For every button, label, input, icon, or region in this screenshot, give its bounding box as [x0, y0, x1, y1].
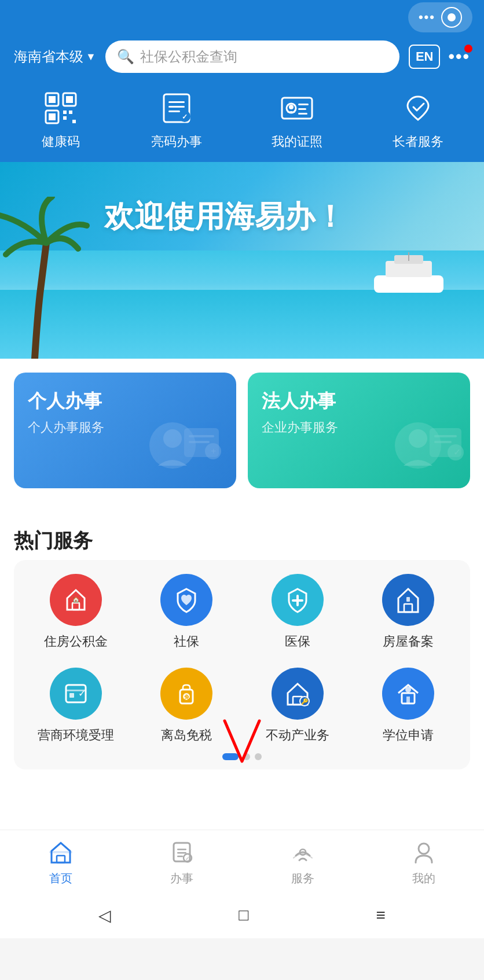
service-item-medical[interactable]: 医保	[245, 574, 350, 650]
banner-text: 欢迎使用海易办！	[104, 197, 345, 237]
svg-rect-6	[63, 110, 67, 114]
service-item-housing-fund[interactable]: 🏠 住房公积金	[23, 574, 129, 650]
mine-nav-label: 我的	[412, 871, 435, 886]
house-reg-icon	[382, 574, 434, 626]
search-placeholder: 社保公积金查询	[140, 47, 237, 66]
search-bar[interactable]: 🔍 社保公积金查询	[105, 40, 399, 73]
svg-rect-29	[189, 435, 214, 437]
location-selector[interactable]: 海南省本级 ▼	[14, 47, 96, 66]
nav-item-home[interactable]: 首页	[0, 839, 121, 886]
school-label: 学位申请	[383, 727, 434, 744]
enterprise-card[interactable]: 法人办事 企业办事服务 ✓	[248, 373, 470, 488]
services-container: 🏠 住房公积金 社保	[14, 560, 470, 769]
more-menu-button[interactable]: •••	[448, 47, 470, 67]
svg-rect-19	[298, 104, 309, 105]
housing-fund-icon: 🏠	[50, 574, 102, 626]
svg-rect-30	[189, 441, 210, 443]
personal-card[interactable]: 个人办事 个人办事服务 +	[14, 373, 236, 488]
house-reg-label: 房屋备案	[383, 633, 434, 650]
show-code-label: 亮码办事	[151, 133, 202, 150]
elder-service-label: 长者服务	[393, 133, 443, 150]
svg-rect-1	[49, 96, 56, 103]
health-code-icon	[41, 88, 81, 128]
service-item-social-insurance[interactable]: 社保	[134, 574, 240, 650]
notification-dot	[464, 45, 472, 53]
location-arrow-icon: ▼	[86, 51, 96, 63]
medical-icon	[272, 574, 324, 626]
business-icon: ✓	[50, 668, 102, 720]
header: 海南省本级 ▼ 🔍 社保公积金查询 EN •••	[0, 35, 484, 82]
svg-point-27	[163, 429, 182, 448]
svg-point-18	[289, 105, 294, 109]
header-right: EN •••	[409, 45, 470, 69]
status-dots: •••	[419, 10, 435, 25]
lang-button[interactable]: EN	[409, 45, 441, 69]
svg-rect-62	[177, 849, 186, 850]
duty-free-icon: 免	[160, 668, 212, 720]
elder-service-icon	[398, 88, 438, 128]
business-label: 营商环境受理	[38, 727, 114, 744]
svg-rect-40	[72, 603, 79, 610]
svg-text:🔑: 🔑	[301, 698, 309, 705]
hot-section: 热门服务 🏠 住房公积金	[0, 516, 484, 783]
svg-rect-45	[406, 597, 410, 602]
svg-rect-7	[69, 110, 72, 114]
svg-rect-64	[177, 856, 183, 857]
svg-rect-12	[168, 106, 185, 108]
service-item-school[interactable]: 学位申请	[356, 668, 461, 744]
quick-nav-item-health-code[interactable]: 健康码	[41, 88, 81, 150]
svg-rect-11	[168, 101, 185, 103]
svg-text:✓: ✓	[182, 113, 188, 121]
svg-rect-48	[69, 693, 74, 698]
svg-rect-37	[434, 441, 452, 443]
affairs-nav-icon: ✓	[169, 839, 195, 867]
svg-rect-3	[66, 96, 73, 103]
services-nav-icon	[290, 839, 316, 867]
social-insurance-label: 社保	[174, 633, 199, 650]
service-item-business[interactable]: ✓ 营商环境受理	[23, 668, 129, 744]
service-item-house-reg[interactable]: 房屋备案	[356, 574, 461, 650]
svg-text:✓: ✓	[453, 447, 461, 457]
svg-point-57	[405, 687, 411, 692]
banner-palm	[0, 185, 104, 359]
svg-rect-58	[406, 697, 410, 703]
location-text: 海南省本级	[14, 47, 83, 66]
bottom-nav: 首页 ✓ 办事 服务	[0, 830, 484, 892]
status-record	[441, 7, 462, 28]
my-cert-label: 我的证照	[272, 133, 322, 150]
cards-row: 个人办事 个人办事服务 + 法人办事 企业办事服务	[14, 359, 470, 502]
svg-rect-36	[434, 435, 457, 437]
svg-rect-5	[49, 113, 56, 120]
svg-point-34	[409, 429, 427, 448]
svg-rect-59	[57, 856, 65, 863]
svg-rect-63	[177, 852, 186, 854]
real-estate-icon: 🔑	[272, 668, 324, 720]
nav-item-services[interactable]: 服务	[242, 839, 363, 886]
personal-card-decor: +	[144, 411, 225, 482]
svg-rect-20	[298, 108, 306, 110]
svg-rect-44	[404, 604, 412, 612]
sys-home-button[interactable]: □	[239, 906, 248, 924]
quick-nav-item-elder-service[interactable]: 长者服务	[393, 88, 443, 150]
my-cert-icon	[277, 88, 317, 128]
quick-nav-item-my-cert[interactable]: 我的证照	[272, 88, 322, 150]
hot-services-title: 热门服务	[14, 516, 470, 560]
status-bar: •••	[0, 0, 484, 35]
svg-rect-60	[49, 851, 72, 853]
svg-rect-9	[72, 120, 76, 123]
svg-point-68	[419, 843, 429, 854]
svg-text:🏠: 🏠	[72, 596, 80, 603]
sys-menu-button[interactable]: ≡	[376, 906, 386, 924]
housing-fund-label: 住房公积金	[44, 633, 108, 650]
sys-back-button[interactable]: ◁	[98, 906, 111, 925]
home-nav-label: 首页	[49, 871, 72, 886]
quick-nav: 健康码 ✓ 亮码办事 我的证照	[0, 82, 484, 162]
nav-item-mine[interactable]: 我的	[363, 839, 484, 886]
medical-label: 医保	[285, 633, 310, 650]
nav-item-affairs[interactable]: ✓ 办事	[121, 839, 242, 886]
record-inner	[448, 13, 456, 21]
card-section: 个人办事 个人办事服务 + 法人办事 企业办事服务	[0, 359, 484, 516]
quick-nav-item-show-code[interactable]: ✓ 亮码办事	[151, 88, 202, 150]
svg-rect-13	[168, 110, 180, 112]
school-icon	[382, 668, 434, 720]
